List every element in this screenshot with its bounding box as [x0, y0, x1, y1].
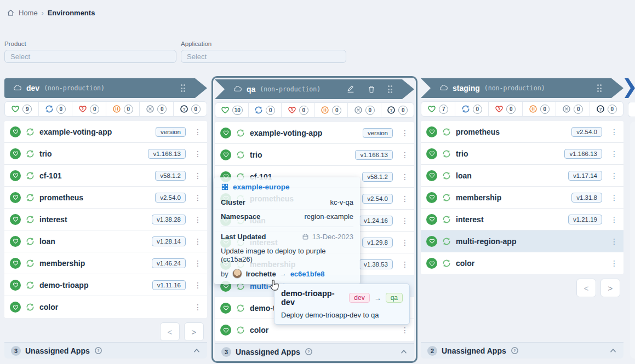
collapse-chevron-icon[interactable]: [400, 348, 408, 356]
product-select[interactable]: [4, 50, 176, 63]
edit-icon[interactable]: [346, 85, 355, 94]
kebab-menu-icon[interactable]: ⋮: [194, 259, 201, 268]
kebab-menu-icon[interactable]: ⋮: [610, 237, 617, 246]
help-icon[interactable]: [305, 348, 313, 356]
env-header-dev[interactable]: dev (non-production): [4, 78, 207, 98]
app-name[interactable]: membership: [39, 259, 147, 268]
healthy-status-group[interactable]: 10: [215, 103, 249, 117]
app-version-badge[interactable]: v1.11.16: [152, 280, 186, 290]
app-version-badge[interactable]: v1.46.24: [152, 258, 186, 268]
app-name[interactable]: color: [456, 259, 605, 268]
app-version-badge[interactable]: v1.166.13: [355, 150, 393, 160]
kebab-menu-icon[interactable]: ⋮: [194, 281, 201, 290]
app-row[interactable]: loanv1.17.14⋮: [421, 165, 623, 187]
app-row[interactable]: loanv1.28.14⋮: [4, 230, 207, 252]
app-name[interactable]: multi-region-app: [456, 237, 605, 246]
next-page-button[interactable]: >: [184, 322, 204, 341]
app-name[interactable]: color: [250, 326, 396, 334]
breadcrumb-home[interactable]: Home: [19, 9, 38, 17]
app-name[interactable]: trio: [250, 151, 350, 159]
kebab-menu-icon[interactable]: ⋮: [401, 172, 408, 181]
kebab-menu-icon[interactable]: ⋮: [401, 129, 408, 137]
kebab-menu-icon[interactable]: ⋮: [194, 128, 201, 136]
kebab-menu-icon[interactable]: ⋮: [610, 149, 617, 158]
unknown-status-group[interactable]: 0: [381, 103, 414, 117]
app-version-badge[interactable]: v1.166.13: [564, 149, 602, 159]
next-page-button[interactable]: >: [600, 279, 620, 297]
app-name[interactable]: prometheus: [456, 128, 567, 136]
kebab-menu-icon[interactable]: ⋮: [401, 151, 408, 159]
app-version-badge[interactable]: v1.166.13: [148, 149, 186, 159]
app-version-badge[interactable]: v1.31.8: [571, 193, 602, 203]
missing-status-group[interactable]: 0: [348, 103, 381, 117]
kebab-menu-icon[interactable]: ⋮: [610, 215, 617, 224]
app-version-badge[interactable]: v1.17.14: [568, 171, 602, 181]
app-row[interactable]: interestv1.38.28⋮: [4, 209, 207, 230]
kebab-menu-icon[interactable]: ⋮: [194, 215, 201, 224]
app-row[interactable]: color⋮: [421, 252, 623, 274]
unknown-status-group[interactable]: 0: [174, 102, 207, 116]
app-name[interactable]: color: [39, 303, 189, 311]
kebab-menu-icon[interactable]: ⋮: [401, 326, 408, 334]
app-row-multi-region-app[interactable]: multi-region-app⋮: [421, 230, 623, 252]
kebab-menu-icon[interactable]: ⋮: [610, 193, 617, 202]
commit-sha-link[interactable]: ec6e1bfe8: [290, 270, 325, 278]
app-version-badge[interactable]: v1.38.53: [359, 259, 393, 269]
app-name[interactable]: example-voting-app: [250, 129, 358, 137]
app-name[interactable]: example-voting-app: [39, 128, 151, 136]
unassigned-apps-footer[interactable]: 2 Unassigned Apps: [421, 342, 623, 359]
app-name[interactable]: demo-trioapp: [39, 281, 147, 290]
app-name[interactable]: trio: [456, 149, 559, 158]
app-row[interactable]: example-voting-appversion⋮: [4, 121, 207, 143]
healthy-status-group[interactable]: 9: [5, 102, 39, 116]
progressing-status-group[interactable]: 0: [249, 103, 282, 117]
app-version-badge[interactable]: version: [156, 127, 186, 137]
kebab-menu-icon[interactable]: ⋮: [610, 171, 617, 180]
degraded-status-group[interactable]: 0: [72, 102, 106, 116]
kebab-menu-icon[interactable]: ⋮: [401, 238, 408, 247]
suspended-status-group[interactable]: 0: [523, 102, 557, 116]
app-version-badge[interactable]: v2.54.0: [362, 194, 393, 204]
home-icon[interactable]: [7, 9, 15, 17]
app-version-badge[interactable]: v1.21.19: [568, 215, 602, 224]
app-name[interactable]: cf-101: [39, 171, 150, 180]
healthy-status-group[interactable]: 7: [421, 102, 455, 116]
app-version-badge[interactable]: v2.54.0: [155, 193, 186, 203]
suspended-status-group[interactable]: 0: [106, 102, 140, 116]
app-name[interactable]: interest: [456, 215, 563, 224]
collapse-chevron-icon[interactable]: [193, 347, 201, 355]
kebab-menu-icon[interactable]: ⋮: [610, 259, 617, 268]
app-name[interactable]: trio: [39, 149, 143, 158]
drag-handle-icon[interactable]: [181, 84, 186, 92]
trash-icon[interactable]: [367, 85, 376, 94]
app-row[interactable]: prometheusv2.54.0⋮: [421, 121, 623, 143]
drag-handle-icon[interactable]: [597, 84, 602, 92]
app-row[interactable]: triov1.166.13⋮: [4, 143, 207, 165]
app-name[interactable]: prometheus: [39, 193, 150, 202]
kebab-menu-icon[interactable]: ⋮: [610, 128, 617, 136]
unassigned-apps-footer[interactable]: 3 Unassigned Apps: [4, 342, 207, 359]
app-version-badge[interactable]: v58.1.2: [362, 172, 393, 182]
unknown-status-group[interactable]: 0: [590, 102, 623, 116]
kebab-menu-icon[interactable]: ⋮: [194, 193, 201, 202]
app-row[interactable]: demo-trioappv1.11.16⋮: [4, 274, 207, 296]
degraded-status-group[interactable]: 0: [489, 102, 523, 116]
app-row[interactable]: interestv1.21.19⋮: [421, 209, 623, 230]
app-version-badge[interactable]: v1.38.28: [152, 215, 186, 224]
degraded-status-group[interactable]: 0: [282, 103, 315, 117]
app-version-badge[interactable]: version: [363, 128, 393, 138]
missing-status-group[interactable]: 0: [556, 102, 590, 116]
app-row[interactable]: example-voting-appversion⋮: [215, 122, 414, 144]
app-name[interactable]: loan: [456, 171, 563, 180]
application-select[interactable]: [181, 50, 346, 63]
missing-status-group[interactable]: 0: [140, 102, 174, 116]
kebab-menu-icon[interactable]: ⋮: [194, 171, 201, 180]
suspended-status-group[interactable]: 0: [315, 103, 348, 117]
prev-page-button[interactable]: <: [576, 279, 596, 297]
collapse-chevron-icon[interactable]: [609, 347, 617, 355]
app-row[interactable]: triov1.166.13⋮: [421, 143, 623, 165]
app-version-badge[interactable]: v1.24.16: [359, 216, 393, 226]
help-icon[interactable]: [94, 346, 102, 355]
kebab-menu-icon[interactable]: ⋮: [401, 216, 408, 225]
app-row[interactable]: triov1.166.13⋮: [215, 144, 414, 166]
